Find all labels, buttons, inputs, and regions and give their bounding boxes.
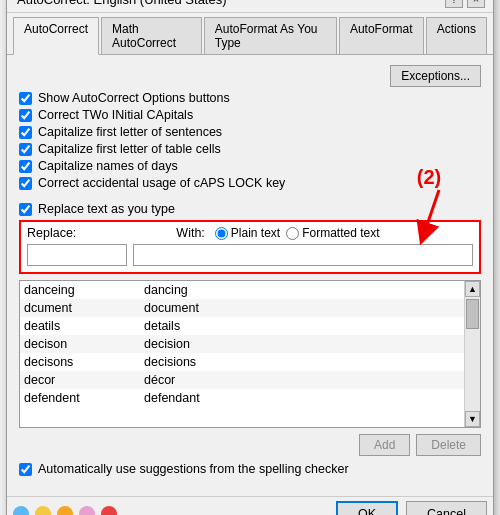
list-col2-3: details bbox=[144, 319, 460, 333]
tab-bar: AutoCorrect Math AutoCorrect AutoFormat … bbox=[7, 13, 493, 55]
tab-actions[interactable]: Actions bbox=[426, 17, 487, 54]
dots-group bbox=[13, 506, 117, 515]
help-button[interactable]: ? bbox=[445, 0, 463, 8]
content-area: Exceptions... Show AutoCorrect Options b… bbox=[7, 55, 493, 496]
exceptions-row: Exceptions... bbox=[19, 65, 481, 87]
replace-checkbox-label: Replace text as you type bbox=[38, 202, 175, 216]
list-col2-7: defendant bbox=[144, 391, 460, 405]
list-col2-1: dancing bbox=[144, 283, 460, 297]
dot-blue bbox=[13, 506, 29, 515]
checkbox-label-3: Capitalize first letter of sentences bbox=[38, 125, 222, 139]
list-content: danceing dancing dcument document deatil… bbox=[20, 281, 464, 427]
list-col1-1: danceing bbox=[24, 283, 144, 297]
list-col2-5: decisions bbox=[144, 355, 460, 369]
cancel-button[interactable]: Cancel bbox=[406, 501, 487, 515]
checkbox-capitalize-days[interactable] bbox=[19, 160, 32, 173]
replace-section: (2) Replace: With: Plain text bbox=[19, 220, 481, 274]
add-button[interactable]: Add bbox=[359, 434, 410, 456]
spelling-checkbox-item: Automatically use suggestions from the s… bbox=[19, 462, 481, 476]
with-label: With: bbox=[176, 226, 204, 240]
list-item[interactable]: defendent defendant bbox=[20, 389, 464, 407]
radio-plain-text[interactable]: Plain text bbox=[215, 226, 280, 240]
tab-autocorrect[interactable]: AutoCorrect bbox=[13, 17, 99, 55]
spelling-label: Automatically use suggestions from the s… bbox=[38, 462, 349, 476]
checkbox-item-5: Capitalize names of days bbox=[19, 159, 481, 173]
tab-autoformat[interactable]: AutoFormat bbox=[339, 17, 424, 54]
checkbox-group: Show AutoCorrect Options buttons Correct… bbox=[19, 91, 481, 190]
checkbox-spelling[interactable] bbox=[19, 463, 32, 476]
list-col1-6: decor bbox=[24, 373, 144, 387]
delete-button[interactable]: Delete bbox=[416, 434, 481, 456]
checkbox-item-6: Correct accidental usage of cAPS LOCK ke… bbox=[19, 176, 481, 190]
list-col1-7: defendent bbox=[24, 391, 144, 405]
scroll-down-button[interactable]: ▼ bbox=[465, 411, 480, 427]
dialog-title: AutoCorrect: English (United States) bbox=[17, 0, 227, 7]
list-col1-4: decison bbox=[24, 337, 144, 351]
checkbox-replace-text[interactable] bbox=[19, 203, 32, 216]
checkbox-item-1: Show AutoCorrect Options buttons bbox=[19, 91, 481, 105]
with-input[interactable] bbox=[133, 244, 473, 266]
list-col1-2: dcument bbox=[24, 301, 144, 315]
replace-inputs bbox=[27, 244, 473, 266]
tab-math-autocorrect[interactable]: Math AutoCorrect bbox=[101, 17, 202, 54]
replace-label: Replace: bbox=[27, 226, 76, 240]
list-col2-6: décor bbox=[144, 373, 460, 387]
checkbox-label-4: Capitalize first letter of table cells bbox=[38, 142, 221, 156]
list-col1-5: decisons bbox=[24, 355, 144, 369]
checkbox-two-initial[interactable] bbox=[19, 109, 32, 122]
autocorrect-list: danceing dancing dcument document deatil… bbox=[19, 280, 481, 428]
checkbox-item-4: Capitalize first letter of table cells bbox=[19, 142, 481, 156]
exceptions-button[interactable]: Exceptions... bbox=[390, 65, 481, 87]
radio-formatted-label: Formatted text bbox=[302, 226, 379, 240]
scrollbar[interactable]: ▲ ▼ bbox=[464, 281, 480, 427]
dot-red bbox=[101, 506, 117, 515]
list-item[interactable]: dcument document bbox=[20, 299, 464, 317]
checkbox-label-6: Correct accidental usage of cAPS LOCK ke… bbox=[38, 176, 285, 190]
checkbox-capitalize-table[interactable] bbox=[19, 143, 32, 156]
checkbox-label-5: Capitalize names of days bbox=[38, 159, 178, 173]
dot-yellow bbox=[35, 506, 51, 515]
add-delete-row: Add Delete bbox=[19, 434, 481, 456]
checkbox-capitalize-sentences[interactable] bbox=[19, 126, 32, 139]
dialog: AutoCorrect: English (United States) ? ×… bbox=[6, 0, 494, 515]
checkbox-item-2: Correct TWo INitial CApitals bbox=[19, 108, 481, 122]
ok-button[interactable]: OK bbox=[336, 501, 398, 515]
tab-autoformat-as-you-type[interactable]: AutoFormat As You Type bbox=[204, 17, 337, 54]
checkbox-show-autocorrect[interactable] bbox=[19, 92, 32, 105]
list-col2-4: decision bbox=[144, 337, 460, 351]
scroll-up-button[interactable]: ▲ bbox=[465, 281, 480, 297]
replace-header: Replace: With: Plain text Formatted text bbox=[27, 226, 473, 240]
replace-input[interactable] bbox=[27, 244, 127, 266]
list-item[interactable]: deatils details bbox=[20, 317, 464, 335]
dot-orange bbox=[57, 506, 73, 515]
checkbox-item-3: Capitalize first letter of sentences bbox=[19, 125, 481, 139]
list-col2-2: document bbox=[144, 301, 460, 315]
list-item[interactable]: danceing dancing bbox=[20, 281, 464, 299]
radio-formatted-text[interactable]: Formatted text bbox=[286, 226, 379, 240]
scrollbar-thumb[interactable] bbox=[466, 299, 479, 329]
list-item[interactable]: decisons decisions bbox=[20, 353, 464, 371]
title-bar: AutoCorrect: English (United States) ? × bbox=[7, 0, 493, 13]
list-item[interactable]: decison decision bbox=[20, 335, 464, 353]
ok-cancel-buttons: OK Cancel bbox=[336, 501, 487, 515]
dot-pink bbox=[79, 506, 95, 515]
list-col1-3: deatils bbox=[24, 319, 144, 333]
radio-plain-label: Plain text bbox=[231, 226, 280, 240]
checkbox-caps-lock[interactable] bbox=[19, 177, 32, 190]
checkbox-label-1: Show AutoCorrect Options buttons bbox=[38, 91, 230, 105]
title-controls: ? × bbox=[445, 0, 485, 8]
close-button[interactable]: × bbox=[467, 0, 485, 8]
ok-cancel-row: OK Cancel bbox=[7, 496, 493, 515]
radio-group: Plain text Formatted text bbox=[215, 226, 380, 240]
replace-as-you-type-item: Replace text as you type bbox=[19, 202, 481, 216]
checkbox-label-2: Correct TWo INitial CApitals bbox=[38, 108, 193, 122]
list-item[interactable]: decor décor bbox=[20, 371, 464, 389]
scrollbar-track[interactable] bbox=[465, 297, 480, 411]
